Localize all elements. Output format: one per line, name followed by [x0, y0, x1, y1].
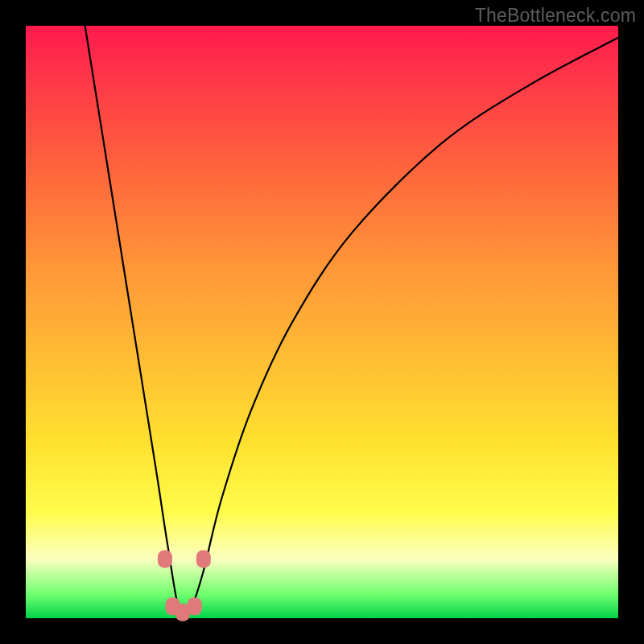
curve-marker-0 [158, 550, 172, 568]
curve-svg [26, 26, 618, 618]
bottleneck-curve [85, 26, 618, 617]
marker-group [158, 550, 211, 621]
curve-marker-4 [196, 550, 211, 568]
curve-marker-3 [188, 597, 202, 615]
plot-area [26, 26, 618, 618]
watermark-text: TheBottleneck.com [475, 5, 636, 27]
chart-frame: TheBottleneck.com [0, 0, 644, 644]
